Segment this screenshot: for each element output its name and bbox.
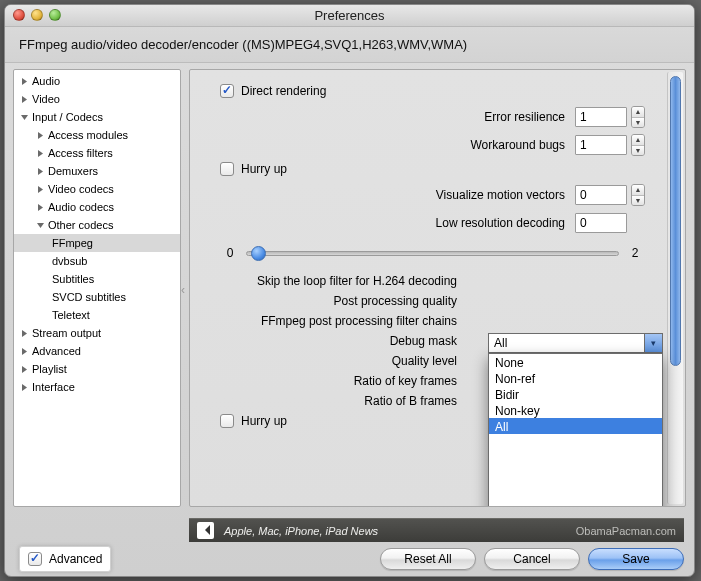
direct-rendering-row: Direct rendering bbox=[220, 84, 667, 98]
resize-notch-icon[interactable]: ‹ bbox=[181, 283, 189, 297]
hurry-up-2-label: Hurry up bbox=[241, 414, 287, 428]
back-arrow-icon[interactable] bbox=[197, 522, 214, 539]
body-area: Audio Video Input / Codecs Access module… bbox=[5, 63, 694, 513]
ratio-b-label: Ratio of B frames bbox=[364, 394, 457, 408]
sidebar-item-access-filters[interactable]: Access filters bbox=[14, 144, 180, 162]
dropdown-option-bidir[interactable]: Bidir bbox=[489, 386, 662, 402]
step-down-icon[interactable]: ▼ bbox=[632, 196, 644, 206]
sidebar-item-subtitles[interactable]: Subtitles bbox=[14, 270, 180, 288]
sidebar-item-label: Playlist bbox=[32, 363, 67, 375]
chevron-down-icon bbox=[20, 113, 29, 122]
category-tree[interactable]: Audio Video Input / Codecs Access module… bbox=[13, 69, 181, 507]
chevron-right-icon bbox=[36, 203, 45, 212]
post-processing-quality-row: Post processing quality bbox=[220, 294, 667, 308]
hurry-up-1-label: Hurry up bbox=[241, 162, 287, 176]
ffmpeg-pp-chains-row: FFmpeg post processing filter chains bbox=[220, 314, 667, 328]
sidebar-item-playlist[interactable]: Playlist bbox=[14, 360, 180, 378]
zoom-window-button[interactable] bbox=[49, 9, 61, 21]
skip-loop-dropdown[interactable]: All bbox=[488, 333, 663, 353]
sidebar-item-ffmpeg[interactable]: FFmpeg bbox=[14, 234, 180, 252]
chevron-right-icon bbox=[20, 383, 29, 392]
error-resilience-row: Error resilience ▲ ▼ bbox=[220, 106, 667, 128]
footer-bar: Advanced Reset All Cancel Save bbox=[5, 546, 694, 572]
reset-all-button[interactable]: Reset All bbox=[380, 548, 476, 570]
ratio-key-label: Ratio of key frames bbox=[354, 374, 457, 388]
dropdown-option-nonkey[interactable]: Non-key bbox=[489, 402, 662, 418]
sidebar-item-advanced[interactable]: Advanced bbox=[14, 342, 180, 360]
low-res-decoding-field[interactable] bbox=[575, 213, 627, 233]
slider-track[interactable] bbox=[246, 251, 619, 256]
skip-loop-menu[interactable]: None Non-ref Bidir Non-key All bbox=[488, 353, 663, 507]
debug-mask-label: Debug mask bbox=[390, 334, 457, 348]
sidebar-item-interface[interactable]: Interface bbox=[14, 378, 180, 396]
sidebar-item-label: Audio bbox=[32, 75, 60, 87]
skip-loop-value: All bbox=[494, 336, 507, 350]
chevron-right-icon bbox=[36, 185, 45, 194]
slider-thumb[interactable] bbox=[251, 246, 266, 261]
step-down-icon[interactable]: ▼ bbox=[632, 118, 644, 128]
sidebar-item-audio-codecs[interactable]: Audio codecs bbox=[14, 198, 180, 216]
sidebar-item-label: Advanced bbox=[32, 345, 81, 357]
sidebar-item-video[interactable]: Video bbox=[14, 90, 180, 108]
chevron-right-icon bbox=[20, 329, 29, 338]
visualize-motion-field[interactable] bbox=[575, 185, 627, 205]
workaround-bugs-field[interactable] bbox=[575, 135, 627, 155]
visualize-motion-stepper[interactable]: ▲ ▼ bbox=[631, 184, 645, 206]
hurry-up-2-checkbox[interactable] bbox=[220, 414, 234, 428]
sidebar-item-demuxers[interactable]: Demuxers bbox=[14, 162, 180, 180]
chevron-right-icon bbox=[20, 95, 29, 104]
sidebar-item-label: FFmpeg bbox=[52, 237, 93, 249]
advanced-checkbox[interactable] bbox=[28, 552, 42, 566]
page-subtitle: FFmpeg audio/video decoder/encoder ((MS)… bbox=[5, 27, 694, 63]
workaround-bugs-stepper[interactable]: ▲ ▼ bbox=[631, 134, 645, 156]
sidebar-item-input-codecs[interactable]: Input / Codecs bbox=[14, 108, 180, 126]
sidebar-item-label: Subtitles bbox=[52, 273, 94, 285]
step-up-icon[interactable]: ▲ bbox=[632, 107, 644, 118]
sidebar-item-dvbsub[interactable]: dvbsub bbox=[14, 252, 180, 270]
slider-min-label: 0 bbox=[220, 246, 240, 260]
sidebar-item-audio[interactable]: Audio bbox=[14, 72, 180, 90]
dropdown-option-nonref[interactable]: Non-ref bbox=[489, 370, 662, 386]
sidebar-item-video-codecs[interactable]: Video codecs bbox=[14, 180, 180, 198]
close-window-button[interactable] bbox=[13, 9, 25, 21]
titlebar[interactable]: Preferences bbox=[5, 5, 694, 27]
settings-panel: Direct rendering Error resilience ▲ ▼ Wo… bbox=[189, 69, 686, 507]
direct-rendering-label: Direct rendering bbox=[241, 84, 326, 98]
step-down-icon[interactable]: ▼ bbox=[632, 146, 644, 156]
sidebar-item-label: Access modules bbox=[48, 129, 128, 141]
sidebar-item-label: Stream output bbox=[32, 327, 101, 339]
error-resilience-field[interactable] bbox=[575, 107, 627, 127]
dropdown-option-all[interactable]: All bbox=[489, 418, 662, 434]
step-up-icon[interactable]: ▲ bbox=[632, 135, 644, 146]
sidebar-item-teletext[interactable]: Teletext bbox=[14, 306, 180, 324]
scrollbar-thumb[interactable] bbox=[670, 76, 681, 366]
advanced-toggle[interactable]: Advanced bbox=[19, 546, 111, 572]
step-up-icon[interactable]: ▲ bbox=[632, 185, 644, 196]
direct-rendering-checkbox[interactable] bbox=[220, 84, 234, 98]
chevron-right-icon bbox=[36, 167, 45, 176]
dropdown-option-none[interactable]: None bbox=[489, 354, 662, 370]
preferences-window: Preferences FFmpeg audio/video decoder/e… bbox=[4, 4, 695, 577]
chevron-right-icon bbox=[36, 149, 45, 158]
sidebar-item-label: Access filters bbox=[48, 147, 113, 159]
minimize-window-button[interactable] bbox=[31, 9, 43, 21]
sidebar-item-other-codecs[interactable]: Other codecs bbox=[14, 216, 180, 234]
vertical-scrollbar[interactable] bbox=[667, 72, 683, 504]
sidebar-item-label: dvbsub bbox=[52, 255, 87, 267]
error-resilience-label: Error resilience bbox=[484, 110, 565, 124]
status-text-right: ObamaPacman.com bbox=[576, 525, 676, 537]
ffmpeg-pp-chains-label: FFmpeg post processing filter chains bbox=[261, 314, 457, 328]
sidebar-item-stream-output[interactable]: Stream output bbox=[14, 324, 180, 342]
sidebar-item-label: Interface bbox=[32, 381, 75, 393]
hurry-up-1-checkbox[interactable] bbox=[220, 162, 234, 176]
sidebar-item-label: Demuxers bbox=[48, 165, 98, 177]
cancel-button[interactable]: Cancel bbox=[484, 548, 580, 570]
sidebar-item-label: SVCD subtitles bbox=[52, 291, 126, 303]
window-title: Preferences bbox=[314, 8, 384, 23]
sidebar-item-svcd-subtitles[interactable]: SVCD subtitles bbox=[14, 288, 180, 306]
error-resilience-stepper[interactable]: ▲ ▼ bbox=[631, 106, 645, 128]
slider-row: 0 2 bbox=[220, 246, 667, 260]
dropdown-arrow-icon[interactable] bbox=[644, 334, 662, 352]
sidebar-item-access-modules[interactable]: Access modules bbox=[14, 126, 180, 144]
save-button[interactable]: Save bbox=[588, 548, 684, 570]
